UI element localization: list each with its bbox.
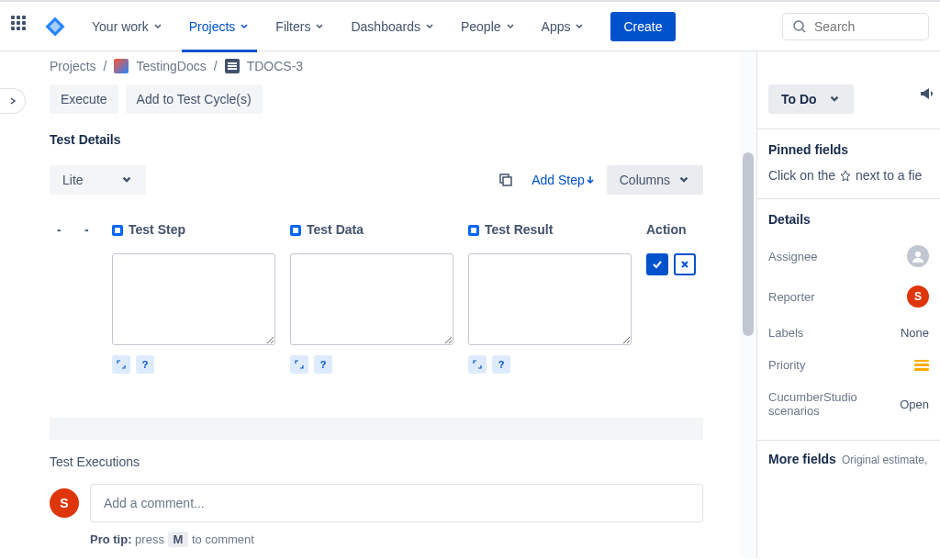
help-button[interactable]: ?	[136, 355, 154, 374]
priority-field[interactable]: Priority	[768, 349, 929, 381]
issue-type-icon	[225, 59, 240, 73]
search-box[interactable]	[782, 13, 929, 40]
chevron-down-icon	[828, 93, 841, 106]
pin-icon	[112, 225, 123, 236]
priority-medium-icon	[914, 360, 929, 371]
help-button[interactable]: ?	[314, 355, 332, 374]
test-steps-table: - - Test Step Test Data Test Result Acti…	[50, 213, 703, 381]
feedback-icon[interactable]	[918, 84, 936, 103]
view-mode-select[interactable]: Lite	[50, 165, 146, 195]
divider-bar	[50, 418, 703, 440]
chevron-right-icon	[7, 95, 18, 106]
labels-field[interactable]: Labels None	[768, 317, 929, 349]
issue-details-panel: To Do Pinned fields Click on the next to…	[756, 51, 940, 558]
nav-projects[interactable]: Projects	[182, 1, 258, 52]
scrollbar-thumb[interactable]	[743, 152, 754, 336]
more-fields-section[interactable]: More fields Original estimate,	[757, 440, 940, 477]
confirm-step-button[interactable]	[646, 253, 668, 275]
chevron-down-icon	[677, 174, 690, 186]
comment-input[interactable]: Add a comment...	[90, 484, 703, 522]
col-action: Action	[639, 213, 703, 246]
col-test-result[interactable]: Test Result	[461, 213, 639, 246]
chevron-down-icon	[424, 21, 435, 32]
help-button[interactable]: ?	[492, 355, 510, 374]
execute-button[interactable]: Execute	[50, 84, 118, 114]
expand-editor-button[interactable]	[468, 355, 487, 374]
chevron-down-icon	[314, 21, 325, 32]
expand-editor-button[interactable]	[290, 355, 308, 374]
pin-icon	[839, 170, 852, 183]
jira-logo[interactable]	[44, 16, 66, 38]
nav-your-work[interactable]: Your work	[84, 16, 171, 38]
test-step-input[interactable]	[112, 253, 275, 345]
arrow-down-icon	[585, 174, 596, 185]
add-step-link[interactable]: Add Step	[532, 173, 596, 187]
reporter-field[interactable]: Reporter S	[768, 276, 929, 317]
assignee-field[interactable]: Assignee	[768, 236, 929, 276]
unassigned-avatar-icon	[907, 245, 929, 267]
breadcrumb: Projects / TestingDocs / TDOCS-3	[50, 59, 740, 73]
chevron-down-icon	[574, 21, 585, 32]
project-icon	[114, 59, 129, 73]
breadcrumb-issue[interactable]: TDOCS-3	[247, 59, 303, 73]
expand-icon	[117, 360, 126, 369]
status-dropdown[interactable]: To Do	[768, 84, 854, 114]
reporter-avatar: S	[907, 286, 929, 308]
chevron-down-icon	[239, 21, 250, 32]
svg-point-3	[915, 252, 921, 257]
pin-icon	[290, 225, 301, 236]
expand-icon	[295, 360, 304, 369]
pin-icon	[468, 225, 479, 236]
columns-button[interactable]: Columns	[607, 165, 703, 195]
pro-tip-text: Pro tip: press M to comment	[90, 532, 740, 547]
table-row: ? ? ?	[50, 246, 703, 381]
chevron-down-icon	[120, 174, 133, 186]
add-to-test-cycle-button[interactable]: Add to Test Cycle(s)	[126, 84, 263, 114]
search-icon	[792, 19, 807, 34]
col-test-data[interactable]: Test Data	[283, 213, 461, 246]
user-avatar: S	[50, 488, 79, 518]
top-nav: Your work Projects Filters Dashboards Pe…	[0, 0, 940, 51]
app-switcher-icon[interactable]	[11, 16, 33, 38]
chevron-down-icon	[505, 21, 516, 32]
test-data-input[interactable]	[290, 253, 453, 345]
nav-dashboards[interactable]: Dashboards	[343, 16, 442, 38]
details-section: Details Assignee Reporter S Labels None …	[757, 198, 940, 440]
search-input[interactable]	[814, 19, 919, 34]
expand-icon	[473, 360, 482, 369]
test-details-title: Test Details	[50, 132, 740, 147]
nav-filters[interactable]: Filters	[268, 16, 332, 38]
close-icon	[679, 259, 690, 270]
main-content: Projects / TestingDocs / TDOCS-3 Execute…	[0, 51, 740, 558]
nav-people[interactable]: People	[453, 16, 523, 38]
svg-point-0	[794, 21, 803, 30]
copy-steps-button[interactable]	[491, 165, 520, 195]
create-button[interactable]: Create	[610, 12, 675, 41]
expand-editor-button[interactable]	[112, 355, 130, 374]
test-executions-title: Test Executions	[50, 454, 703, 469]
breadcrumb-project[interactable]: TestingDocs	[136, 59, 206, 73]
col-test-step[interactable]: Test Step	[105, 213, 283, 246]
check-icon	[651, 258, 664, 271]
cucumber-field[interactable]: CucumberStudio scenarios Open	[768, 381, 929, 427]
chevron-down-icon	[152, 21, 163, 32]
svg-rect-2	[503, 177, 511, 185]
copy-icon	[498, 172, 514, 188]
cancel-step-button[interactable]	[674, 253, 696, 275]
test-result-input[interactable]	[468, 253, 632, 345]
pinned-fields-section: Pinned fields Click on the next to a fie	[757, 129, 940, 198]
nav-apps[interactable]: Apps	[534, 16, 593, 38]
breadcrumb-projects[interactable]: Projects	[50, 59, 96, 73]
sidebar-expand-button[interactable]	[0, 88, 26, 114]
